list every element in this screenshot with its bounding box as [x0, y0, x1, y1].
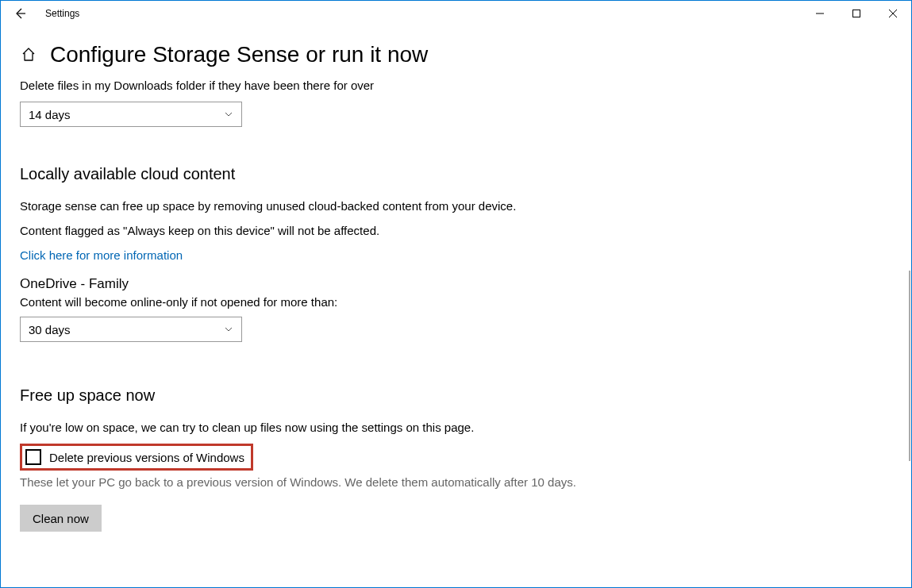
scrollbar[interactable]	[909, 271, 910, 461]
delete-previous-versions-note: These let your PC go back to a previous …	[20, 475, 892, 489]
downloads-label: Delete files in my Downloads folder if t…	[20, 79, 892, 92]
downloads-age-dropdown[interactable]: 14 days	[20, 102, 242, 127]
cloud-info-link[interactable]: Click here for more information	[20, 248, 183, 262]
freeup-intro: If you're low on space, we can try to cl…	[20, 419, 892, 436]
page-title: Configure Storage Sense or run it now	[50, 42, 428, 67]
onedrive-label: Content will become online-only if not o…	[20, 295, 892, 309]
onedrive-heading: OneDrive - Family	[20, 276, 892, 292]
clean-now-button[interactable]: Clean now	[20, 505, 102, 532]
svg-rect-2	[853, 10, 860, 17]
window-title: Settings	[45, 8, 79, 19]
onedrive-age-dropdown[interactable]: 30 days	[20, 317, 242, 342]
titlebar: Settings	[1, 1, 911, 26]
minimize-icon	[816, 10, 824, 17]
window-controls	[802, 1, 911, 26]
close-button[interactable]	[875, 1, 911, 26]
maximize-icon	[852, 10, 860, 17]
close-icon	[889, 10, 897, 17]
maximize-button[interactable]	[838, 1, 875, 26]
onedrive-age-value: 30 days	[29, 323, 71, 336]
freeup-heading: Free up space now	[20, 386, 892, 405]
back-button[interactable]	[7, 1, 33, 26]
delete-previous-versions-checkbox[interactable]	[25, 449, 41, 465]
minimize-button[interactable]	[802, 1, 838, 26]
downloads-age-value: 14 days	[29, 108, 71, 121]
cloud-line2: Content flagged as "Always keep on this …	[20, 222, 892, 239]
chevron-down-icon	[224, 323, 233, 336]
page-header: Configure Storage Sense or run it now	[20, 42, 892, 67]
home-icon[interactable]	[20, 46, 37, 63]
content-area: Configure Storage Sense or run it now De…	[1, 26, 911, 587]
cloud-heading: Locally available cloud content	[20, 165, 892, 183]
chevron-down-icon	[224, 108, 233, 121]
arrow-left-icon	[13, 7, 26, 20]
cloud-line1: Storage sense can free up space by remov…	[20, 198, 892, 214]
delete-previous-versions-row[interactable]: Delete previous versions of Windows	[20, 444, 253, 471]
delete-previous-versions-label: Delete previous versions of Windows	[49, 451, 244, 464]
settings-window: Settings Configure Storage Sense or run …	[0, 0, 912, 588]
